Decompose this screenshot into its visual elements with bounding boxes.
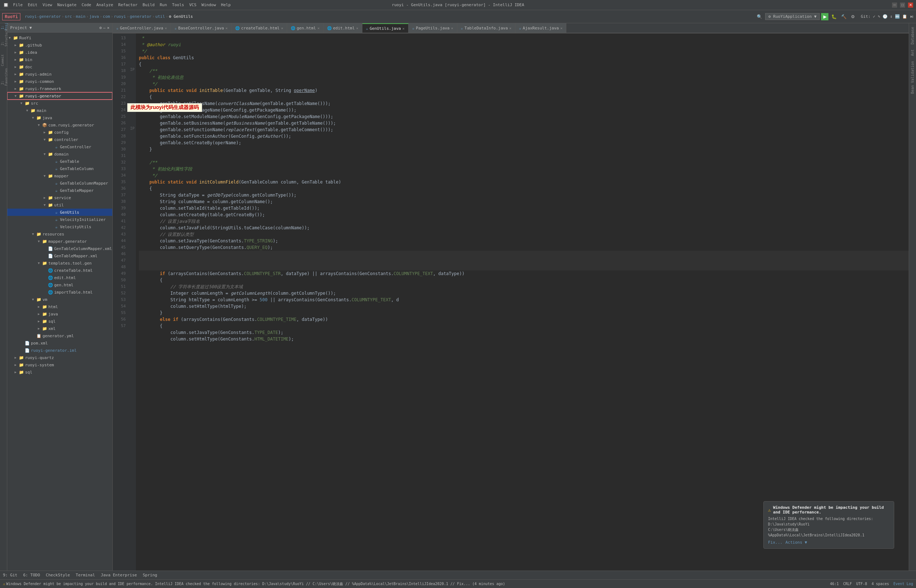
- tree-item-velocityutils[interactable]: ▶ ☕ VelocityUtils: [7, 223, 112, 230]
- tree-item-mapper[interactable]: ▼ 📁 mapper: [7, 172, 112, 179]
- breadcrumb-item[interactable]: ruoyi-generator: [25, 14, 61, 19]
- breadcrumb-item[interactable]: util: [155, 14, 165, 19]
- tree-item-github[interactable]: ▶ 📁 .github: [7, 42, 112, 49]
- tree-item-generator-iml[interactable]: ▶ 📄 ruoyi-generator.iml: [7, 347, 112, 354]
- tree-item-mapper-generator[interactable]: ▼ 📁 mapper.generator: [7, 237, 112, 245]
- menu-build[interactable]: Build: [142, 3, 155, 7]
- menu-window[interactable]: Window: [201, 3, 216, 7]
- tree-item-genutils[interactable]: ▶ ☕ GenUtils: [7, 208, 112, 216]
- build-button[interactable]: 🔨: [840, 13, 848, 20]
- tab-close-icon[interactable]: ✕: [317, 26, 320, 30]
- close-button[interactable]: ✕: [908, 3, 913, 8]
- tree-item-velocityinitializer[interactable]: ▶ ☕ VelocityInitializer: [7, 216, 112, 223]
- tree-item-vm-sql[interactable]: ▶ 📁 sql: [7, 318, 112, 325]
- menu-bar[interactable]: File Edit View Navigate Code Analyze Ref…: [13, 3, 231, 7]
- run-button[interactable]: ▶: [821, 13, 829, 20]
- breadcrumb-item[interactable]: src: [65, 14, 72, 19]
- menu-navigate[interactable]: Navigate: [57, 3, 77, 7]
- menu-help[interactable]: Help: [221, 3, 231, 7]
- tree-item-vm[interactable]: ▼ 📁 vm: [7, 296, 112, 303]
- menu-refactor[interactable]: Refactor: [118, 3, 137, 7]
- spring-tab[interactable]: Spring: [143, 573, 157, 577]
- tree-item-sql[interactable]: ▶ 📁 sql: [7, 368, 112, 376]
- tab-close-icon[interactable]: ✕: [451, 26, 453, 30]
- tab-close-icon[interactable]: ✕: [560, 26, 562, 30]
- code-editor[interactable]: * * @author ruoyi */ public class GenUti…: [136, 34, 909, 570]
- tab-gen[interactable]: 🌐 gen.html ✕: [287, 23, 323, 33]
- menu-file[interactable]: File: [13, 3, 23, 7]
- tree-item-java[interactable]: ▼ 📁 java: [7, 114, 112, 121]
- menu-run[interactable]: Run: [160, 3, 167, 7]
- tree-item-ruoyi-admin[interactable]: ▶ 📁 ruoyi-admin: [7, 71, 112, 78]
- breadcrumb-item[interactable]: java: [89, 14, 99, 19]
- bean-validation-panel-tab[interactable]: Bean Validation: [910, 59, 915, 96]
- tree-item-resources[interactable]: ▼ 📁 resources: [7, 230, 112, 237]
- terminal-tab[interactable]: Terminal: [76, 573, 95, 577]
- tree-item-service[interactable]: ▶ 📁 service: [7, 194, 112, 201]
- ant-panel-tab[interactable]: Ant: [910, 47, 915, 58]
- tree-item-gencontroller[interactable]: ▶ ☕ GenController: [7, 143, 112, 150]
- menu-code[interactable]: Code: [81, 3, 91, 7]
- tree-item-pom-xml[interactable]: ▶ 📄 pom.xml: [7, 339, 112, 347]
- tab-close-icon[interactable]: ✕: [281, 26, 283, 30]
- tree-item-gentablecolumnmapper-xml[interactable]: ▶ 📄 GenTableColumnMapper.xml: [7, 245, 112, 252]
- tab-close-icon[interactable]: ✕: [356, 26, 359, 30]
- tree-item-ruoyi-system[interactable]: ▶ 📁 ruoyi-system: [7, 361, 112, 368]
- tab-close-icon[interactable]: ✕: [402, 26, 405, 31]
- tree-item-ruoyi-framework[interactable]: ▶ 📁 ruoyi-framework: [7, 85, 112, 92]
- breadcrumb-item[interactable]: com: [103, 14, 110, 19]
- window-controls[interactable]: ─ □ ✕: [892, 3, 913, 8]
- tree-item-controller[interactable]: ▼ 📁 controller: [7, 136, 112, 143]
- breadcrumb-item[interactable]: ruoyi: [114, 14, 126, 19]
- tree-item-ruoyi-generator[interactable]: ▼ 📁 ruoyi-generator: [7, 92, 112, 100]
- menu-tools[interactable]: Tools: [172, 3, 184, 7]
- editor-content[interactable]: 1314151617 1819202122 2324252627 2829303…: [113, 34, 909, 570]
- tab-close-icon[interactable]: ✕: [165, 26, 167, 30]
- breadcrumb-item[interactable]: main: [76, 14, 86, 19]
- settings-button[interactable]: ⚙: [850, 13, 856, 20]
- search-button[interactable]: 🔍: [755, 13, 764, 20]
- todo-tab[interactable]: 6: TODO: [23, 573, 40, 577]
- breadcrumb-item[interactable]: generator: [130, 14, 152, 19]
- tree-item-gentablemapper-xml[interactable]: ▶ 📄 GenTableMapper.xml: [7, 252, 112, 260]
- tab-close-icon[interactable]: ✕: [509, 26, 511, 30]
- tab-close-icon[interactable]: ✕: [225, 26, 228, 30]
- tab-genutils[interactable]: ☕ GenUtils.java ✕: [362, 23, 409, 33]
- tree-item-doc[interactable]: ▶ 📁 doc: [7, 63, 112, 71]
- tab-createtable[interactable]: 🌐 createTable.html ✕: [231, 23, 287, 33]
- tree-item-gentablecolumnmapper[interactable]: ▶ ☕ GenTableColumnMapper: [7, 179, 112, 187]
- tree-item-createtable-html[interactable]: ▶ 🌐 createTable.html: [7, 267, 112, 274]
- tree-item-main[interactable]: ▼ 📁 main: [7, 107, 112, 114]
- tree-item-vm-java[interactable]: ▶ 📁 java: [7, 310, 112, 318]
- tree-item-gentablecolumn[interactable]: ▶ ☕ GenTableColumn: [7, 165, 112, 172]
- tree-item-ruoyi-quartz[interactable]: ▶ 📁 ruoyi-quartz: [7, 354, 112, 361]
- tree-item-vm-xml[interactable]: ▶ 📁 xml: [7, 325, 112, 332]
- event-log-label[interactable]: Event Log: [893, 582, 913, 586]
- checkstyle-tab[interactable]: CheckStyle: [46, 573, 70, 577]
- sidebar-sync-icon[interactable]: ⚙: [99, 26, 102, 30]
- tree-item-vm-html[interactable]: ▶ 📁 html: [7, 303, 112, 310]
- tree-item-gentable[interactable]: ▶ ☕ GenTable: [7, 158, 112, 165]
- minimize-button[interactable]: ─: [892, 3, 897, 8]
- structure-tab[interactable]: 2: Structure: [1, 41, 6, 47]
- tree-item-importtable-html[interactable]: ▶ 🌐 importTable.html: [7, 289, 112, 296]
- tree-item-src[interactable]: ▼ 📁 src: [7, 100, 112, 107]
- actions-dropdown[interactable]: Actions ▼: [785, 540, 807, 545]
- maximize-button[interactable]: □: [900, 3, 905, 8]
- tree-item-edit-html[interactable]: ▶ 🌐 edit.html: [7, 274, 112, 281]
- breadcrumb-item[interactable]: ⚙ GenUtils: [169, 14, 193, 19]
- favorites-tab[interactable]: 2: Favorites: [1, 80, 6, 86]
- tree-item-util[interactable]: ▼ 📁 util: [7, 201, 112, 208]
- java-enterprise-tab[interactable]: Java Enterprise: [101, 573, 137, 577]
- sidebar-expand-icon[interactable]: —: [103, 26, 106, 30]
- tree-item-domain[interactable]: ▼ 📁 domain: [7, 150, 112, 158]
- sidebar-close-icon[interactable]: ✕: [107, 26, 110, 30]
- tree-item-ruoyi[interactable]: ▼ 📁 RuoYi: [7, 34, 112, 42]
- database-panel-tab[interactable]: Database: [910, 25, 915, 47]
- fix-link[interactable]: Fix...: [768, 540, 783, 545]
- tab-pageutils[interactable]: ☕ PageUtils.java ✕: [409, 23, 457, 33]
- debug-button[interactable]: 🐛: [830, 13, 838, 20]
- menu-analyze[interactable]: Analyze: [96, 3, 113, 7]
- tree-item-config[interactable]: ▶ 📁 config: [7, 129, 112, 136]
- menu-vcs[interactable]: VCS: [189, 3, 196, 7]
